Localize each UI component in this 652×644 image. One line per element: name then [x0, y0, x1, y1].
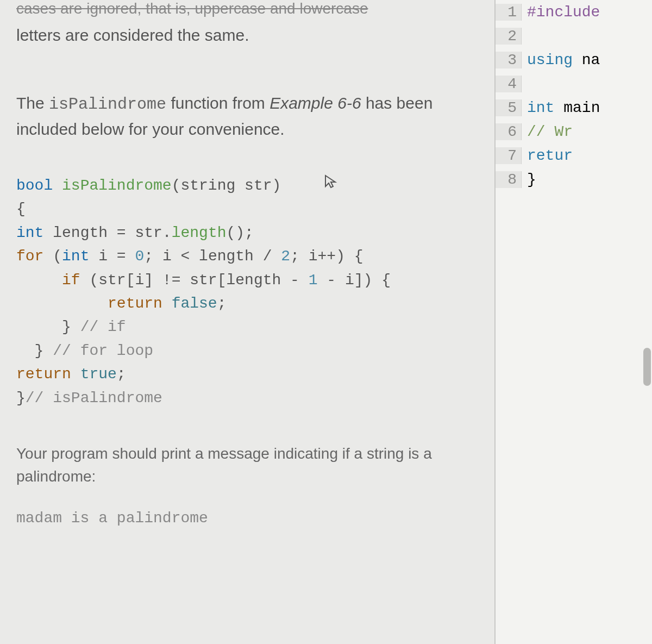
bool-literal: false [162, 295, 217, 312]
code-text: (str[i] != str[length - [80, 272, 309, 289]
code-text: ; i++) { [290, 248, 363, 265]
keyword: retur [527, 147, 573, 164]
code-text: ; [217, 295, 227, 312]
comment: // if [80, 318, 126, 335]
code-line[interactable]: 2 [496, 24, 652, 48]
code-editor-panel[interactable]: 1 #include 2 3 using na 4 5 int main 6 /… [494, 0, 652, 644]
code-text: } [522, 171, 536, 188]
code-text: (string str) [172, 177, 281, 194]
line-number: 7 [496, 147, 522, 164]
line-number: 5 [496, 99, 522, 116]
instruction-line-1: letters are considered the same. [16, 23, 478, 47]
keyword: using [527, 52, 573, 68]
text: function from [166, 94, 269, 112]
code-text: length = str. [43, 224, 171, 241]
comment: // isPalindrome [26, 390, 162, 407]
keyword-type: bool [16, 177, 53, 194]
line-number: 1 [496, 4, 522, 21]
keyword: int [527, 99, 554, 116]
number-literal: 2 [281, 248, 290, 265]
code-text: } [35, 342, 53, 359]
instructions-panel: cases are ignored, that is, uppercase an… [0, 0, 494, 644]
code-line[interactable]: 7 retur [496, 143, 652, 167]
instruction-paragraph-2: The isPalindrome function from Example 6… [16, 91, 478, 141]
code-line[interactable]: 1 #include [496, 0, 652, 24]
struck-text: cases are ignored, that is, uppercase an… [16, 0, 478, 17]
keyword-control: return [108, 295, 162, 312]
function-name: length [172, 224, 227, 241]
comment: // Wr [527, 123, 573, 140]
code-line[interactable]: 5 int main [496, 96, 652, 120]
code-text: (); [227, 224, 254, 241]
line-number: 3 [496, 52, 522, 68]
code-line[interactable]: 4 [496, 72, 652, 96]
bool-literal: true [71, 366, 117, 383]
preprocessor: #include [527, 4, 600, 21]
line-number: 6 [496, 123, 522, 140]
code-reference: isPalindrome [49, 95, 166, 114]
cursor-icon [324, 174, 337, 197]
keyword-type: int [16, 224, 43, 241]
code-text: - i]) { [318, 272, 391, 289]
code-text: ; i < length / [144, 248, 281, 265]
scrollbar-thumb[interactable] [643, 348, 651, 386]
code-text: na [573, 52, 600, 68]
code-text: } [62, 318, 80, 335]
code-text: main [554, 99, 600, 116]
code-line[interactable]: 3 using na [496, 48, 652, 72]
line-number: 2 [496, 28, 522, 45]
example-reference: Example 6-6 [269, 94, 361, 112]
instruction-paragraph-3: Your program should print a message indi… [16, 442, 478, 488]
code-line[interactable]: 8 } [496, 167, 652, 191]
keyword-control: if [62, 272, 80, 289]
code-line[interactable]: 6 // Wr [496, 120, 652, 143]
code-text: i = [89, 248, 135, 265]
example-code-block: bool isPalindrome(string str) { int leng… [16, 174, 478, 410]
code-text: } [16, 390, 26, 407]
keyword-control: for [16, 248, 43, 265]
number-literal: 1 [309, 272, 318, 289]
number-literal: 0 [135, 248, 144, 265]
code-text: ( [43, 248, 62, 265]
line-number: 8 [496, 171, 522, 188]
comment: // for loop [53, 342, 153, 359]
expected-output: madam is a palindrome [16, 510, 478, 527]
keyword-type: int [62, 248, 89, 265]
function-name: isPalindrome [53, 177, 171, 194]
keyword-control: return [16, 366, 71, 383]
text: The [16, 94, 49, 112]
code-text: { [16, 201, 26, 217]
code-text: ; [117, 366, 126, 383]
line-number: 4 [496, 76, 522, 92]
